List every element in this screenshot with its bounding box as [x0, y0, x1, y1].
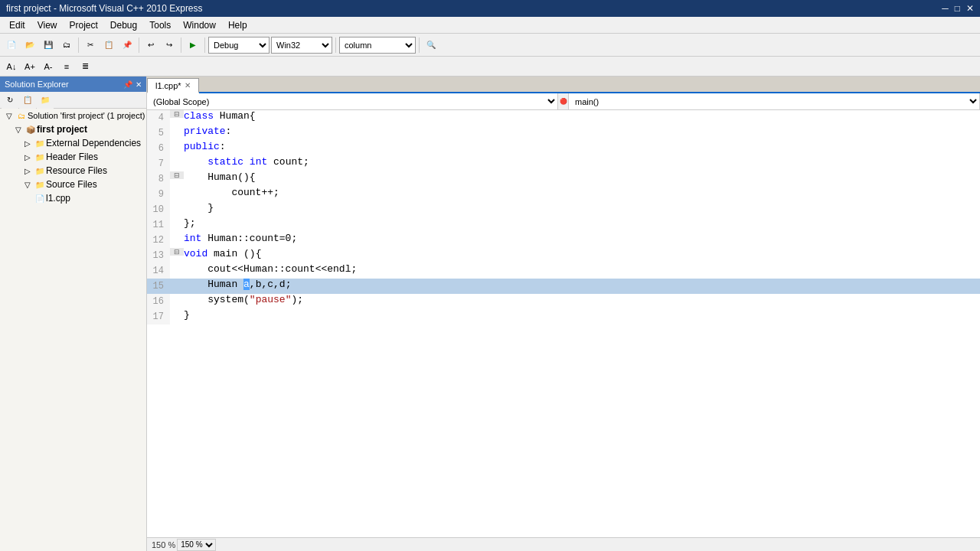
menu-item-debug[interactable]: Debug: [104, 18, 143, 32]
se-solution-row[interactable]: ▽ 🗂 Solution 'first project' (1 project): [0, 109, 146, 122]
line-num-11: 11: [147, 217, 170, 233]
zoom-bar: 150 % 150 % 100 % 75 %: [147, 537, 980, 551]
line-num-14: 14: [147, 263, 170, 279]
save-all-btn[interactable]: 🗂: [58, 37, 75, 54]
menu-item-window[interactable]: Window: [177, 18, 222, 32]
se-external-label: External Dependencies: [46, 138, 141, 148]
line-num-16: 16: [147, 294, 170, 309]
maximize-btn[interactable]: □: [955, 3, 960, 14]
tb2-btn4[interactable]: ≡: [58, 58, 75, 75]
se-resource-expand-icon: ▷: [21, 165, 34, 177]
se-external-deps-row[interactable]: ▷ 📁 External Dependencies: [0, 136, 146, 150]
code-text-11: };: [184, 217, 980, 229]
menu-item-view[interactable]: View: [31, 18, 64, 32]
gutter-8[interactable]: ⊟: [170, 171, 184, 179]
title-text: first project - Microsoft Visual C++ 201…: [6, 3, 203, 14]
se-close-btn[interactable]: ✕: [136, 80, 142, 89]
code-line-11: 11 };: [147, 217, 980, 233]
se-source-files-row[interactable]: ▽ 📁 Source Files: [0, 178, 146, 191]
se-external-expand-icon: ▷: [21, 137, 34, 149]
menu-item-project[interactable]: Project: [63, 18, 103, 32]
se-project-label[interactable]: first project: [37, 124, 87, 135]
sep1: [78, 37, 79, 53]
line-num-13: 13: [147, 248, 170, 263]
title-bar: first project - Microsoft Visual C++ 201…: [0, 0, 980, 17]
redo-btn[interactable]: ↪: [161, 37, 178, 54]
line-num-10: 10: [147, 202, 170, 217]
code-line-5: 5 private:: [147, 126, 980, 141]
config-select[interactable]: column: [339, 37, 416, 54]
line-num-17: 17: [147, 309, 170, 324]
debug-mode-select[interactable]: Debug Release: [208, 37, 270, 54]
solution-explorer: Solution Explorer 📌 ✕ ↻ 📋 📁 ▽ 🗂 Solution…: [0, 77, 147, 551]
tb2-btn2[interactable]: A+: [21, 58, 38, 75]
code-text-5: private:: [184, 126, 980, 137]
se-solution-label: Solution 'first project' (1 project): [28, 111, 145, 120]
se-header-files-row[interactable]: ▷ 📁 Header Files: [0, 150, 146, 164]
menu-item-edit[interactable]: Edit: [3, 18, 31, 32]
sep2: [139, 37, 139, 53]
gutter-4[interactable]: ⊟: [170, 110, 184, 118]
code-text-8: Human(){: [184, 171, 980, 183]
se-solution-expand-icon: ▽: [3, 109, 15, 122]
gutter-13[interactable]: ⊟: [170, 248, 184, 256]
menu-item-help[interactable]: Help: [222, 18, 253, 32]
code-text-14: cout<<Human::count<<endl;: [184, 263, 980, 275]
se-resource-files-row[interactable]: ▷ 📁 Resource Files: [0, 164, 146, 178]
se-external-folder-icon: 📁: [34, 137, 46, 149]
code-content[interactable]: 4 ⊟ class Human{ 5 private: 6 public:: [147, 110, 980, 537]
se-files-btn[interactable]: 📁: [37, 92, 54, 109]
se-refresh-btn[interactable]: ↻: [2, 92, 18, 109]
code-line-10: 10 }: [147, 202, 980, 217]
platform-select[interactable]: Win32 x64: [271, 37, 332, 54]
code-line-14: 14 cout<<Human::count<<endl;: [147, 263, 980, 279]
se-toolbar: ↻ 📋 📁: [0, 92, 146, 109]
se-pin-btn[interactable]: 📌: [123, 80, 132, 89]
line-num-7: 7: [147, 156, 170, 171]
minimize-btn[interactable]: ─: [942, 3, 949, 14]
copy-btn[interactable]: 📋: [100, 37, 117, 54]
line-num-9: 9: [147, 187, 170, 202]
code-text-10: }: [184, 202, 980, 214]
new-btn[interactable]: 📄: [3, 37, 20, 54]
editor-area: l1.cpp* ✕ (Global Scope) 🔴 main() 4 ⊟: [147, 77, 980, 551]
cut-btn[interactable]: ✂: [82, 37, 99, 54]
zoom-select[interactable]: 150 % 100 % 75 %: [177, 539, 216, 551]
se-l1cpp-icon: 📄: [34, 192, 46, 204]
find-btn[interactable]: 🔍: [423, 37, 439, 54]
se-props-btn[interactable]: 📋: [19, 92, 36, 109]
code-text-7: static int count;: [184, 156, 980, 168]
code-text-6: public:: [184, 141, 980, 152]
code-text-9: count++;: [184, 187, 980, 198]
tb2-btn1[interactable]: A↓: [3, 58, 20, 75]
code-text-17: }: [184, 309, 980, 321]
se-l1cpp-label: l1.cpp: [46, 193, 70, 204]
editor-tab-l1cpp[interactable]: l1.cpp* ✕: [147, 78, 199, 93]
code-line-4: 4 ⊟ class Human{: [147, 110, 980, 126]
se-l1cpp-row[interactable]: 📄 l1.cpp: [0, 191, 146, 205]
open-btn[interactable]: 📂: [21, 37, 38, 54]
code-line-17: 17 }: [147, 309, 980, 324]
tb2-btn5[interactable]: ≣: [77, 58, 93, 75]
scope-right-select[interactable]: main(): [569, 93, 980, 109]
sep3: [181, 37, 181, 53]
tab-close-btn[interactable]: ✕: [185, 81, 191, 90]
tb2-btn3[interactable]: A-: [40, 58, 57, 75]
run-btn[interactable]: ▶: [185, 37, 201, 54]
toolbar2: A↓ A+ A- ≡ ≣: [0, 57, 980, 77]
code-text-12: int Human::count=0;: [184, 233, 980, 244]
scope-icon: 🔴: [560, 98, 567, 105]
sep4: [204, 37, 205, 53]
menu-item-tools[interactable]: Tools: [143, 18, 177, 32]
close-btn[interactable]: ✕: [966, 3, 974, 14]
code-line-7: 7 static int count;: [147, 156, 980, 171]
paste-btn[interactable]: 📌: [119, 37, 136, 54]
se-project-row[interactable]: ▽ 📦 first project: [0, 122, 146, 136]
scope-left-select[interactable]: (Global Scope): [147, 93, 558, 109]
undo-btn[interactable]: ↩: [142, 37, 159, 54]
line-num-15: 15: [147, 279, 170, 294]
save-btn[interactable]: 💾: [40, 37, 57, 54]
sep5: [335, 37, 336, 53]
se-source-label: Source Files: [46, 179, 97, 190]
se-source-folder-icon: 📁: [34, 178, 46, 191]
